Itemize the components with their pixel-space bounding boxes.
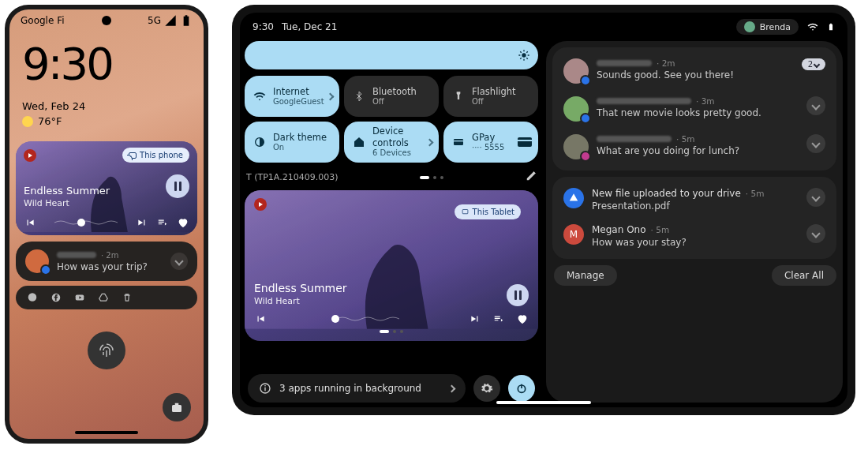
lock-clock: 9:30 xyxy=(22,38,204,89)
manage-button[interactable]: Manage xyxy=(554,265,617,286)
queue-button[interactable] xyxy=(492,313,505,324)
nav-handle[interactable] xyxy=(75,431,138,434)
prev-button[interactable] xyxy=(24,217,36,228)
notif-body: How was your trip? xyxy=(57,261,163,272)
artist-name: Wild Heart xyxy=(24,198,110,208)
notification-panel: · 2m Sounds good. See you there! 2 · 3m … xyxy=(546,41,843,403)
clear-all-button[interactable]: Clear All xyxy=(772,265,836,286)
prev-button[interactable] xyxy=(254,313,267,324)
phone-frame: Google Fi 5G 9:30 Wed, Feb 24 76°F xyxy=(5,5,208,444)
notification-row[interactable]: · 2m Sounds good. See you there! 2 xyxy=(557,52,832,90)
svg-rect-7 xyxy=(454,140,463,141)
scrubber[interactable] xyxy=(278,316,458,322)
sender-name-redacted xyxy=(597,60,652,66)
queue-button[interactable] xyxy=(156,217,169,228)
output-chip[interactable]: This Tablet xyxy=(455,204,521,219)
avatar xyxy=(25,249,49,273)
notification-row[interactable]: M Megan Ono · 5m How was your stay? xyxy=(557,218,832,254)
notif-body: How was your stay? xyxy=(592,237,799,248)
phone-screen: Google Fi 5G 9:30 Wed, Feb 24 76°F xyxy=(9,9,204,439)
trash-icon xyxy=(122,292,133,303)
flashlight-icon xyxy=(451,89,466,103)
brightness-slider[interactable] xyxy=(245,41,538,69)
svg-rect-9 xyxy=(462,210,468,214)
favorite-button[interactable] xyxy=(177,216,189,229)
wifi-icon xyxy=(806,21,819,32)
notification-row[interactable]: · 5m What are you doing for lunch? xyxy=(557,128,832,166)
battery-icon xyxy=(827,21,835,33)
notif-title: Megan Ono xyxy=(592,224,646,235)
tile-dark-theme[interactable]: Dark themeOn xyxy=(245,122,339,163)
tile-internet[interactable]: InternetGoogleGuest xyxy=(245,76,339,117)
tile-gpay[interactable]: GPay···· 5555 xyxy=(443,122,538,163)
notif-body: Sounds good. See you there! xyxy=(597,69,794,81)
fingerprint-button[interactable] xyxy=(88,332,125,369)
tablet-icon xyxy=(461,208,470,215)
nav-handle[interactable] xyxy=(496,401,591,404)
avatar xyxy=(563,58,589,84)
svg-point-4 xyxy=(522,53,526,57)
next-button[interactable] xyxy=(469,313,481,324)
edit-tiles-button[interactable] xyxy=(526,170,537,184)
tile-device-controls[interactable]: Device controls6 Devices xyxy=(344,122,439,163)
build-label: T (TP1A.210409.003) xyxy=(246,172,338,182)
favorite-button[interactable] xyxy=(516,313,529,325)
pause-button[interactable] xyxy=(507,284,529,306)
signal-icon xyxy=(164,14,177,27)
settings-button[interactable] xyxy=(473,375,500,402)
media-card[interactable]: This phone Endless Summer Wild Heart xyxy=(16,141,197,235)
output-chip[interactable]: This phone xyxy=(122,148,189,163)
tablet-frame: 9:30 Tue, Dec 21 Brenda xyxy=(232,5,855,415)
scrubber[interactable] xyxy=(44,219,128,226)
page-indicator xyxy=(420,176,443,179)
chevron-right-icon xyxy=(327,92,335,100)
home-icon xyxy=(352,135,366,149)
weather-row[interactable]: 76°F xyxy=(22,115,204,127)
status-time: 9:30 xyxy=(253,21,274,32)
status-bar: 9:30 Tue, Dec 21 Brenda xyxy=(240,13,847,41)
app-icon xyxy=(563,188,584,208)
notification-shelf[interactable] xyxy=(16,286,197,309)
next-button[interactable] xyxy=(136,217,148,228)
running-apps-row[interactable]: 3 apps running in background xyxy=(248,374,466,403)
messages-badge-icon xyxy=(580,113,591,124)
profile-avatar xyxy=(744,21,755,32)
youtube-music-icon xyxy=(24,149,36,162)
expand-button[interactable] xyxy=(806,224,825,243)
tile-flashlight[interactable]: FlashlightOff xyxy=(443,76,538,117)
expand-button[interactable] xyxy=(806,134,825,153)
expand-button[interactable] xyxy=(806,96,825,115)
count-badge[interactable]: 2 xyxy=(802,58,825,70)
svg-rect-6 xyxy=(454,139,463,145)
facebook-icon xyxy=(51,292,62,303)
payment-card-icon xyxy=(518,137,532,147)
media-card[interactable]: This Tablet Endless Summer Wild Heart xyxy=(245,190,538,341)
notification-row[interactable]: · 3m That new movie looks pretty good. xyxy=(557,90,832,128)
svg-rect-11 xyxy=(264,388,265,391)
quick-settings-panel: InternetGoogleGuest BluetoothOff Flashli… xyxy=(245,41,538,403)
avatar xyxy=(563,134,589,159)
tablet-screen: 9:30 Tue, Dec 21 Brenda xyxy=(240,13,847,407)
bluetooth-icon xyxy=(352,89,366,103)
weather-icon xyxy=(22,116,33,127)
tile-bluetooth[interactable]: BluetoothOff xyxy=(344,76,439,117)
sender-name-redacted xyxy=(597,98,691,104)
expand-button[interactable] xyxy=(170,253,188,270)
youtube-music-icon xyxy=(254,198,267,211)
notification-row[interactable]: New file uploaded to your drive · 5m Pre… xyxy=(557,182,832,218)
chevron-right-icon xyxy=(448,384,456,392)
messenger-icon xyxy=(27,292,38,303)
profile-chip[interactable]: Brenda xyxy=(736,19,799,35)
media-controls xyxy=(24,216,189,229)
notification-card[interactable]: · 2m How was your trip? xyxy=(16,242,197,281)
wallet-button[interactable] xyxy=(163,393,191,421)
conversation-group: · 2m Sounds good. See you there! 2 · 3m … xyxy=(552,47,836,170)
network-label: 5G xyxy=(148,15,161,26)
power-button[interactable] xyxy=(508,375,535,402)
pause-button[interactable] xyxy=(166,174,189,198)
media-page-indicator xyxy=(254,330,529,333)
cast-icon xyxy=(129,152,137,159)
drive-icon xyxy=(98,292,109,303)
battery-icon xyxy=(180,14,193,27)
expand-button[interactable] xyxy=(806,188,825,207)
